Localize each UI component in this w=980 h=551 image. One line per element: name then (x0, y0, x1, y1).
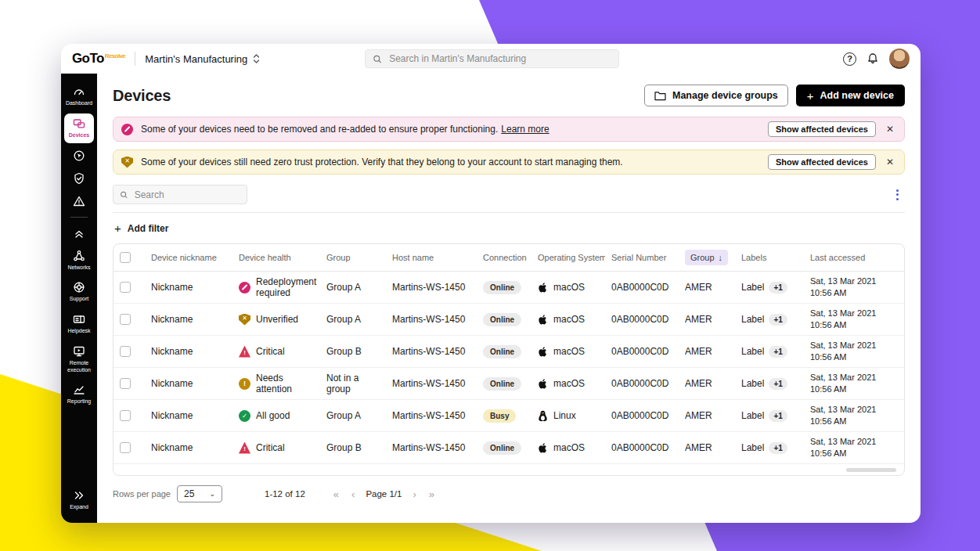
close-icon[interactable]: ✕ (884, 124, 896, 135)
sidebar-item-reporting[interactable]: Reporting (63, 380, 95, 409)
help-icon[interactable]: ? (843, 52, 856, 66)
row-checkbox[interactable] (120, 442, 131, 453)
device-row[interactable]: Nickname All good Group A Martins-WS-145… (113, 400, 905, 432)
device-row[interactable]: Nickname Needs attention Not in a group … (113, 368, 905, 400)
group-cell: Group A (320, 304, 386, 336)
health-icon (239, 282, 250, 294)
column-host-name[interactable]: Host name (386, 244, 477, 272)
horizontal-scrollbar[interactable] (846, 468, 896, 472)
label-count-chip[interactable]: +1 (769, 282, 787, 294)
label-count-chip[interactable]: +1 (769, 314, 787, 326)
show-affected-devices-button[interactable]: Show affected devices (768, 121, 876, 137)
bell-icon[interactable] (867, 52, 879, 65)
close-icon[interactable]: ✕ (884, 157, 896, 167)
accessed-cell: Sat, 13 Mar 202110:56 AM (804, 368, 905, 400)
device-row[interactable]: Nickname Unverified Group A Martins-WS-1… (113, 304, 905, 336)
os-icon (538, 442, 548, 454)
select-all-checkbox[interactable] (120, 252, 131, 263)
show-affected-devices-button[interactable]: Show affected devices (768, 154, 876, 170)
label-text: Label (741, 314, 764, 325)
device-search[interactable] (113, 185, 247, 204)
sidebar-item-helpdesk[interactable]: Helpdesk (63, 309, 95, 339)
global-search[interactable] (365, 49, 619, 68)
host-cell: Martins-WS-1450 (386, 336, 477, 368)
column-labels[interactable]: Labels (735, 244, 804, 272)
sidebar-expand-button[interactable]: Expand (63, 485, 95, 515)
os-icon (538, 410, 548, 422)
device-row[interactable]: Nickname Critical Group B Martins-WS-145… (113, 432, 905, 464)
table-toolbar (113, 185, 905, 204)
rows-per-page-label: Rows per page (113, 489, 171, 499)
device-row[interactable]: Nickname Critical Group B Martins-WS-145… (113, 336, 905, 368)
manage-device-groups-button[interactable]: Manage device groups (644, 85, 788, 106)
sidebar-item-remote-support[interactable] (63, 146, 95, 166)
column-device-nickname[interactable]: Device nickname (145, 244, 232, 272)
region-group-cell: AMER (679, 432, 735, 464)
connection-badge: Busy (483, 409, 516, 423)
add-new-device-button[interactable]: + Add new device (796, 85, 905, 106)
sidebar-item-support[interactable]: Support (63, 277, 95, 307)
label-count-chip[interactable]: +1 (769, 378, 787, 390)
accessed-date: Sat, 13 Mar 2021 (810, 436, 899, 448)
last-page-button[interactable]: » (423, 488, 441, 500)
sidebar-item-networks[interactable]: Networks (63, 246, 95, 276)
topbar: GoToResolve Martin's Manufacturing ? (61, 44, 921, 74)
health-icon (239, 410, 250, 422)
sidebar-item-protection[interactable] (63, 168, 95, 189)
column-connection[interactable]: Connection (477, 244, 531, 272)
label-text: Label (741, 346, 764, 357)
health-icon (239, 378, 250, 390)
sidebar-item-dashboard[interactable]: Dashboard (63, 81, 95, 111)
next-page-button[interactable]: › (406, 488, 422, 500)
row-checkbox[interactable] (120, 282, 131, 293)
sidebar-item-remote-execution[interactable]: Remote execution (63, 341, 95, 378)
accessed-cell: Sat, 13 Mar 202110:56 AM (804, 336, 905, 368)
label-count-chip[interactable]: +1 (769, 410, 787, 422)
global-search-input[interactable] (387, 52, 611, 65)
rows-per-page-select[interactable]: 25⌄ (177, 485, 222, 502)
sidebar-item-alerts[interactable] (63, 191, 95, 211)
account-switcher[interactable]: Martin's Manufacturing (145, 53, 260, 65)
serial-cell: 0AB0000C0D (605, 336, 679, 368)
row-checkbox[interactable] (120, 346, 131, 357)
reporting-icon (73, 384, 85, 396)
remote-support-icon (73, 149, 85, 162)
health-label: Critical (256, 442, 285, 453)
device-row[interactable]: Nickname Redeployment required Group A M… (113, 272, 905, 304)
content-area: Devices Manage device groups + Add new d… (97, 74, 921, 523)
label-count-chip[interactable]: +1 (769, 346, 787, 358)
connection-badge: Online (483, 281, 521, 294)
logo-product-text: Resolve (105, 52, 125, 59)
row-checkbox[interactable] (120, 410, 131, 421)
column-last-accessed[interactable]: Last accessed (804, 244, 905, 272)
add-filter-button[interactable]: + Add filter (113, 213, 170, 243)
sidebar-item-devices[interactable]: Devices (64, 113, 94, 143)
chevron-double-up-icon (73, 227, 85, 239)
row-checkbox[interactable] (120, 314, 131, 325)
os-label: macOS (553, 314, 585, 325)
column-serial-number[interactable]: Serial Number (605, 244, 679, 272)
label-count-chip[interactable]: +1 (769, 442, 787, 454)
account-name: Martin's Manufacturing (145, 53, 247, 65)
first-page-button[interactable]: « (327, 488, 345, 500)
helpdesk-icon (73, 313, 85, 326)
column-operating-system[interactable]: Operating System (531, 244, 605, 272)
user-avatar[interactable] (889, 49, 910, 69)
prev-page-button[interactable]: ‹ (345, 488, 361, 500)
row-checkbox[interactable] (120, 378, 131, 389)
host-cell: Martins-WS-1450 (386, 400, 477, 432)
os-label: macOS (553, 346, 585, 357)
topbar-actions: ? (843, 49, 910, 69)
sidebar-label: Devices (69, 132, 89, 139)
column-group-sorted[interactable]: Group↓ (679, 244, 735, 272)
column-device-health[interactable]: Device health (232, 244, 320, 272)
sidebar-collapse-button[interactable] (63, 223, 95, 243)
serial-cell: 0AB0000C0D (605, 368, 679, 400)
more-options-icon[interactable] (890, 186, 905, 203)
group-cell: Group A (320, 272, 386, 304)
warning-banner: Some of your devices still need zero tru… (113, 149, 905, 175)
accessed-date: Sat, 13 Mar 2021 (810, 372, 899, 384)
learn-more-link[interactable]: Learn more (501, 124, 549, 135)
column-group[interactable]: Group (320, 244, 386, 272)
device-search-input[interactable] (133, 189, 240, 201)
